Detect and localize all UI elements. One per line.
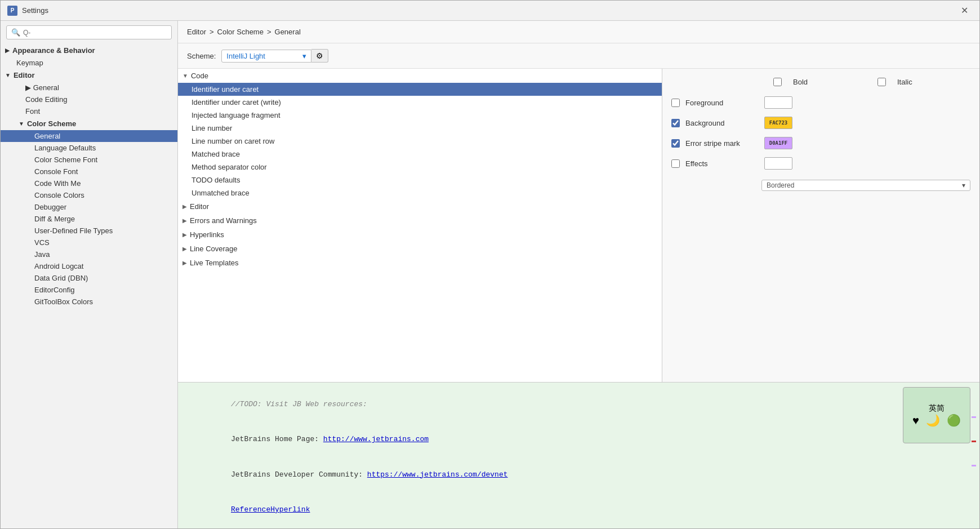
tree-item-line-number[interactable]: Line number: [178, 122, 662, 135]
sidebar-item-editor-config[interactable]: EditorConfig: [1, 284, 177, 296]
sidebar-item-vcs[interactable]: VCS: [1, 237, 177, 248]
sidebar: 🔍 ▶ Appearance & Behavior Keymap ▼ Edito…: [1, 21, 178, 528]
sidebar-item-color-scheme-font[interactable]: Color Scheme Font: [1, 154, 177, 166]
scheme-select[interactable]: IntelliJ Light ▾ ⚙: [221, 49, 328, 63]
effects-dropdown-value: Bordered: [767, 181, 794, 189]
main-content: Editor > Color Scheme > General Scheme: …: [178, 21, 979, 528]
tree-item-label: Line number on caret row: [191, 137, 274, 145]
preview-devnet-link[interactable]: https://www.jetbrains.com/devnet: [367, 470, 508, 479]
tree-group-code-label: Code: [191, 72, 208, 80]
scheme-bar: Scheme: IntelliJ Light ▾ ⚙: [178, 43, 979, 69]
sidebar-item-debugger[interactable]: Debugger: [1, 201, 177, 213]
tree-item-injected-language[interactable]: Injected language fragment: [178, 109, 662, 122]
sidebar-item-git-toolbox[interactable]: GitToolBox Colors: [1, 296, 177, 308]
keymap-label: Keymap: [16, 59, 43, 67]
sidebar-item-console-colors[interactable]: Console Colors: [1, 189, 177, 201]
tree-item-identifier-caret-write[interactable]: Identifier under caret (write): [178, 96, 662, 109]
color-scheme-arrow: ▼: [19, 121, 24, 127]
app-icon: P: [7, 6, 17, 16]
search-input[interactable]: [23, 29, 167, 37]
tree-item-todo-defaults[interactable]: TODO defaults: [178, 174, 662, 186]
tree-group-live-templates-arrow: ▶: [182, 260, 187, 266]
scheme-value: IntelliJ Light: [226, 52, 265, 60]
scheme-dropdown[interactable]: IntelliJ Light ▾: [221, 50, 311, 63]
tree-group-editor[interactable]: ▶ Editor: [178, 199, 662, 214]
sidebar-item-data-grid[interactable]: Data Grid (DBN): [1, 272, 177, 284]
effects-dropdown[interactable]: Bordered ▾: [761, 180, 970, 191]
stripe-mark-3: [972, 465, 976, 466]
sidebar-item-editor[interactable]: ▼ Editor: [1, 69, 177, 82]
title-bar: P Settings ✕: [1, 1, 979, 21]
tree-panel: ▼ Code Identifier under caret Identifier…: [178, 69, 662, 382]
sidebar-item-font[interactable]: Font: [1, 105, 177, 117]
sidebar-item-language-defaults[interactable]: Language Defaults: [1, 142, 177, 154]
search-box[interactable]: 🔍: [6, 25, 172, 39]
tree-group-editor-label: Editor: [190, 202, 209, 211]
tree-group-errors[interactable]: ▶ Errors and Warnings: [178, 214, 662, 228]
preview-homepage-link[interactable]: http://www.jetbrains.com: [323, 435, 429, 443]
effects-color-swatch[interactable]: [764, 157, 792, 170]
background-row: Background FAC723: [671, 117, 970, 129]
dropdown-arrow-icon: ▾: [302, 52, 306, 60]
editor-panels: ▼ Code Identifier under caret Identifier…: [178, 69, 979, 382]
scheme-label: Scheme:: [187, 52, 216, 60]
background-checkbox[interactable]: [671, 119, 680, 127]
tree-item-label: Method separator color: [191, 163, 267, 171]
sidebar-item-color-scheme[interactable]: ▼ Color Scheme: [1, 117, 177, 130]
tree-group-hyperlinks[interactable]: ▶ Hyperlinks: [178, 228, 662, 242]
tree-group-line-coverage-arrow: ▶: [182, 246, 187, 252]
foreground-checkbox[interactable]: [671, 99, 680, 107]
sidebar-item-diff-merge[interactable]: Diff & Merge: [1, 213, 177, 225]
sidebar-item-console-font[interactable]: Console Font: [1, 166, 177, 177]
tree-item-method-separator[interactable]: Method separator color: [178, 161, 662, 174]
tree-group-line-coverage[interactable]: ▶ Line Coverage: [178, 242, 662, 256]
stripe-mark-1: [972, 416, 976, 418]
sidebar-label-appearance: Appearance & Behavior: [12, 46, 95, 55]
background-color-swatch[interactable]: FAC723: [764, 117, 792, 129]
tree-item-matched-brace[interactable]: Matched brace: [178, 148, 662, 161]
breadcrumb: Editor > Color Scheme > General: [178, 21, 979, 43]
tree-item-unmatched-brace[interactable]: Unmatched brace: [178, 186, 662, 199]
effects-checkbox[interactable]: [671, 159, 680, 168]
sidebar-item-code-editing[interactable]: Code Editing: [1, 94, 177, 105]
breadcrumb-color-scheme: Color Scheme: [217, 28, 264, 36]
preview-area: //TODO: Visit JB Web resources: JetBrain…: [178, 382, 979, 528]
tree-group-code-arrow: ▼: [182, 73, 188, 79]
tree-group-code[interactable]: ▼ Code: [178, 69, 662, 83]
search-icon: 🔍: [11, 28, 20, 37]
effects-dropdown-wrapper: Bordered ▾: [671, 180, 970, 191]
preview-line-homepage: JetBrains Home Page: http://www.jetbrain…: [187, 422, 970, 457]
effects-row: Effects: [671, 157, 970, 170]
tree-group-line-coverage-label: Line Coverage: [190, 245, 238, 253]
foreground-color-swatch[interactable]: [764, 96, 792, 109]
sidebar-item-android-logcat[interactable]: Android Logcat: [1, 260, 177, 272]
tree-scroll[interactable]: ▼ Code Identifier under caret Identifier…: [178, 69, 662, 382]
sidebar-item-general-selected[interactable]: General: [1, 130, 177, 142]
close-button[interactable]: ✕: [956, 3, 973, 18]
tree-item-label: TODO defaults: [191, 176, 240, 184]
preview-homepage-pre: JetBrains Home Page:: [231, 435, 323, 443]
sidebar-item-appearance-behavior[interactable]: ▶ Appearance & Behavior: [1, 44, 177, 57]
error-stripe-color-swatch[interactable]: D0A1FF: [764, 137, 792, 149]
tree-group-editor-arrow: ▶: [182, 203, 187, 210]
tree-item-line-number-caret[interactable]: Line number on caret row: [178, 135, 662, 148]
sidebar-item-code-with-me[interactable]: Code With Me: [1, 177, 177, 189]
scheme-gear-button[interactable]: ⚙: [311, 49, 328, 63]
sidebar-item-user-defined[interactable]: User-Defined File Types: [1, 225, 177, 237]
stripe-marks: [972, 383, 976, 528]
italic-checkbox[interactable]: [877, 78, 886, 86]
error-stripe-checkbox[interactable]: [671, 139, 680, 148]
deco-widget: 英简 ♥ 🌙 🟢: [903, 387, 970, 443]
sidebar-item-general[interactable]: ▶ General: [1, 82, 177, 94]
tree-group-live-templates[interactable]: ▶ Live Templates: [178, 256, 662, 270]
tree-group-errors-label: Errors and Warnings: [190, 216, 257, 225]
sidebar-item-java[interactable]: Java: [1, 248, 177, 260]
tree-group-live-templates-label: Live Templates: [190, 259, 238, 267]
sidebar-item-keymap[interactable]: Keymap: [1, 57, 177, 69]
tree-item-label: Identifier under caret: [191, 85, 259, 94]
preview-ref-hyperlink-text: ReferenceHyperlink: [231, 505, 310, 514]
effects-dropdown-arrow: ▾: [962, 181, 965, 189]
bold-checkbox[interactable]: [773, 78, 782, 86]
background-label: Background: [685, 119, 759, 127]
tree-item-identifier-caret[interactable]: Identifier under caret: [178, 83, 662, 96]
